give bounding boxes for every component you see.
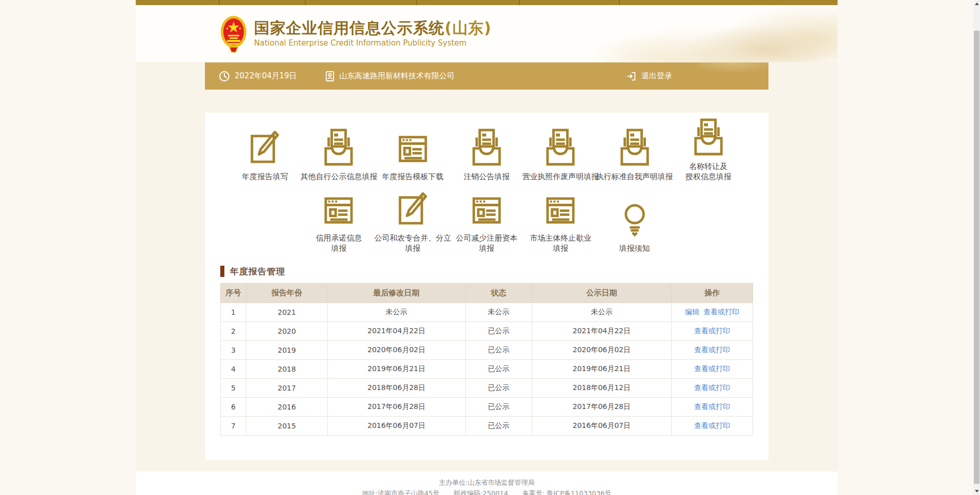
publicity-date: 2016年06月07日 xyxy=(532,417,671,436)
row-number: 2 xyxy=(221,322,246,341)
logout-icon xyxy=(625,71,637,82)
template-icon xyxy=(398,135,428,167)
annual-report-section-title: 年度报告管理 xyxy=(220,266,753,277)
column-header: 公示日期 xyxy=(532,284,671,303)
shortcut-name-transfer-authorization-info[interactable]: 名称转让及授权信息填报 xyxy=(672,118,745,182)
column-header: 报告年份 xyxy=(246,284,327,303)
shortcut-label: 填报须知 xyxy=(619,243,650,253)
view-or-print-link[interactable]: 查看或打印 xyxy=(703,308,739,316)
scrollbar-down-arrow[interactable] xyxy=(973,487,980,495)
shortcut-credit-commitment-info[interactable]: 信用承诺信息填报 xyxy=(302,197,376,253)
shortcut-execution-standard-self-declaration[interactable]: 执行标准自我声明填报 xyxy=(597,128,671,182)
edit-icon xyxy=(398,189,428,228)
view-or-print-link[interactable]: 查看或打印 xyxy=(694,383,730,392)
shortcut-label: 信用承诺信息填报 xyxy=(316,233,362,253)
page-column: 国家企业信用信息公示系统(山东) National Enterprise Cre… xyxy=(136,0,838,495)
report-year: 2015 xyxy=(246,417,327,436)
site-title-region: (山东) xyxy=(445,19,491,37)
shortcut-filling-instructions[interactable]: 填报须知 xyxy=(597,202,671,253)
actions-cell: 查看或打印 xyxy=(672,322,753,341)
shortcut-annual-report-template-download[interactable]: 年度报告模板下载 xyxy=(376,135,450,182)
vertical-scrollbar[interactable] xyxy=(973,0,980,495)
publicity-date: 未公示 xyxy=(532,303,671,322)
view-or-print-link[interactable]: 查看或打印 xyxy=(694,364,730,373)
view-or-print-link[interactable]: 查看或打印 xyxy=(694,346,730,354)
report-year: 2019 xyxy=(246,341,327,360)
row-number: 5 xyxy=(221,379,246,398)
view-or-print-link[interactable]: 查看或打印 xyxy=(694,402,730,411)
header-mountain-texture xyxy=(510,5,838,62)
actions-cell: 查看或打印 xyxy=(672,379,753,398)
template-icon xyxy=(472,197,502,228)
table-row: 620162017年06月28日已公示2017年06月28日查看或打印 xyxy=(221,398,753,417)
actions-cell: 查看或打印 xyxy=(672,417,753,436)
publicity-date: 2018年06月12日 xyxy=(532,379,671,398)
last-modified-date: 未公示 xyxy=(327,303,465,322)
page-footer: 主办单位:山东省市场监督管理局 地址:济南市燕子山路45号邮政编码:250014… xyxy=(136,471,838,495)
last-modified-date: 2020年06月02日 xyxy=(327,341,465,360)
shortcut-label: 市场主体终止歇业填报 xyxy=(530,233,591,253)
last-modified-date: 2019年06月21日 xyxy=(327,360,465,379)
page: 国家企业信用信息公示系统(山东) National Enterprise Cre… xyxy=(0,0,973,495)
publicity-date: 2021年04月22日 xyxy=(532,322,671,341)
edit-icon xyxy=(249,128,280,167)
site-subtitle: National Enterprise Credit Information P… xyxy=(254,39,491,48)
view-or-print-link[interactable]: 查看或打印 xyxy=(694,327,730,335)
inbox-icon xyxy=(544,128,577,167)
publicity-status: 已公示 xyxy=(465,360,532,379)
scrollbar-up-arrow[interactable] xyxy=(973,0,980,8)
publicity-status: 已公示 xyxy=(465,379,532,398)
column-header: 状态 xyxy=(465,284,532,303)
shortcut-cancellation-announcement[interactable]: 注销公告填报 xyxy=(450,128,524,182)
column-header: 序号 xyxy=(221,284,246,303)
top-nav-bar xyxy=(136,0,838,5)
actions-cell: 查看或打印 xyxy=(672,341,753,360)
shortcut-company-capital-reduction[interactable]: 公司减少注册资本填报 xyxy=(450,197,524,253)
row-number: 7 xyxy=(221,417,246,436)
column-header: 最后修改日期 xyxy=(327,284,465,303)
shortcut-label: 名称转让及授权信息填报 xyxy=(685,161,732,182)
report-year: 2021 xyxy=(246,303,327,322)
row-number: 4 xyxy=(221,360,246,379)
scrollbar-thumb[interactable] xyxy=(974,31,979,484)
inbox-icon xyxy=(470,128,503,167)
current-date: 2022年04月19日 xyxy=(219,71,297,82)
template-icon xyxy=(546,197,575,228)
actions-cell: 查看或打印 xyxy=(672,398,753,417)
shortcut-label: 营业执照作废声明填报 xyxy=(522,171,599,182)
shortcut-market-entity-termination[interactable]: 市场主体终止歇业填报 xyxy=(524,197,597,253)
report-year: 2017 xyxy=(246,379,327,398)
report-year: 2018 xyxy=(246,360,327,379)
last-modified-date: 2017年06月28日 xyxy=(327,398,465,417)
row-number: 3 xyxy=(221,341,246,360)
actions-cell: 编辑查看或打印 xyxy=(672,303,753,322)
shortcut-business-license-void-declaration[interactable]: 营业执照作废声明填报 xyxy=(524,128,597,182)
shortcut-row-2: 信用承诺信息填报公司和农专合并、分立填报公司减少注册资本填报市场主体终止歇业填报… xyxy=(228,189,745,253)
shortcut-label: 年度报告模板下载 xyxy=(382,171,444,182)
logout-label: 退出登录 xyxy=(641,71,672,81)
footer-postal-code: 邮政编码:250014 xyxy=(454,489,508,495)
publicity-status: 已公示 xyxy=(465,417,532,436)
nav-separator xyxy=(619,0,620,5)
annual-report-table: 序号报告年份最后修改日期状态公示日期操作 12021未公示未公示未公示编辑查看或… xyxy=(220,283,753,436)
template-icon xyxy=(324,197,353,228)
report-year: 2016 xyxy=(246,398,327,417)
shortcut-company-merger-division[interactable]: 公司和农专合并、分立填报 xyxy=(376,189,450,253)
logged-in-company: 山东高速路用新材料技术有限公司 xyxy=(325,71,454,82)
table-row: 12021未公示未公示未公示编辑查看或打印 xyxy=(221,303,753,322)
nav-separator xyxy=(519,0,520,5)
view-or-print-link[interactable]: 查看或打印 xyxy=(694,421,730,429)
last-modified-date: 2016年06月07日 xyxy=(327,417,465,436)
footer-address: 地址:济南市燕子山路45号 xyxy=(362,489,440,495)
shortcut-other-self-publicity-info[interactable]: 其他自行公示信息填报 xyxy=(302,128,376,182)
nav-separator xyxy=(305,0,306,5)
table-header-row: 序号报告年份最后修改日期状态公示日期操作 xyxy=(221,284,753,303)
logout-button[interactable]: 退出登录 xyxy=(625,71,672,82)
last-modified-date: 2018年06月28日 xyxy=(327,379,465,398)
edit-link[interactable]: 编辑 xyxy=(685,308,699,316)
shortcut-label: 其他自行公示信息填报 xyxy=(300,171,377,182)
section-marker xyxy=(220,266,224,277)
shortcut-annual-report-fill[interactable]: 年度报告填写 xyxy=(228,128,302,182)
id-badge-icon xyxy=(325,71,335,82)
row-number: 1 xyxy=(221,303,246,322)
